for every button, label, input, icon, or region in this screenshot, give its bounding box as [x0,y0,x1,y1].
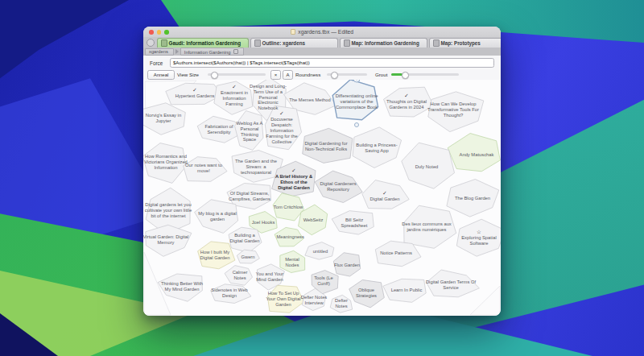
map-cell[interactable]: Andy Matuschak [451,152,501,158]
force-label: Force [150,60,163,66]
map-cell[interactable]: Differentiating online variations of the… [333,93,381,110]
titlebar[interactable]: xgardens.tbx — Edited [143,27,501,38]
map-cell-label: Mental Nodes [279,257,305,268]
close-button[interactable] [149,30,154,35]
map-cell[interactable]: Virtual Garden: Digital Memory [143,234,190,246]
map-cell[interactable]: Digital Gardening for Non-Technical Folk… [300,141,352,152]
map-cell-label: Norvig's Essay in Jupyter [143,113,189,124]
checkmark-icon: ✓ [262,111,302,116]
map-cell[interactable]: Calmer Notes [226,270,253,281]
tab-map-prototypes[interactable]: Map: Prototypes [429,38,501,48]
map-cell[interactable]: Design and Long-Term Use of a Personal E… [250,84,287,111]
map-cell[interactable]: Bill Seitz Spreadsheet [333,217,376,229]
map-cell[interactable]: Defter Notes [329,298,353,309]
map-cell[interactable]: Sidenotes in Web Design [210,288,250,299]
map-cell[interactable]: ☆Exploring Spatial Software [455,230,501,246]
tab-map-information-gardening[interactable]: Map: Information Gardening [340,38,427,48]
map-cell[interactable]: untitled [304,249,337,255]
map-cell[interactable]: Learn In Public [386,288,428,293]
map-cell[interactable]: The Memes Method [287,97,334,103]
map-cell[interactable]: Digital Garden Terms Of Service [425,279,477,291]
grout-slider[interactable] [391,73,459,76]
map-cell-label: Calmer Notes [226,270,253,281]
tab-outline[interactable]: Outline: xgardens [250,38,338,48]
roundness-slider[interactable] [327,73,367,76]
map-cell[interactable]: Des lieux communs aux jardins numériques [399,221,454,233]
minimize-button[interactable] [157,30,162,35]
map-cell[interactable]: My blog is a digital garden [195,211,241,222]
map-cell-label: Notice Patterns [372,250,420,256]
hex-map-view[interactable]: ✓Hypertext Gardens✓Enactment in Informat… [143,80,501,316]
map-cell[interactable]: ✓Digital Garden [361,191,409,202]
note-icon [344,39,350,47]
font-size-button[interactable]: A [283,70,293,80]
map-cell[interactable]: How To Set Up Your Own Digital Garden [266,291,302,307]
map-cell-label: Thinking Better With My Mind Garden [158,281,206,292]
note-icon [254,39,261,47]
map-cell[interactable]: Gwern [236,255,260,260]
map-cell[interactable]: Joel Hooks [247,220,280,226]
map-cell[interactable]: Thinking Better With My Mind Garden [158,281,206,292]
breadcrumb: xgardens Information Gardening [143,48,501,56]
tab-overview-button[interactable] [147,39,155,47]
map-cell[interactable]: How Can We Develop Transformative Tools … [423,101,484,118]
grout-slider-fill [391,73,402,76]
map-cell[interactable]: How I built My Digital Garden [197,250,233,261]
map-cell[interactable]: The Blog Garden [447,196,498,201]
multiply-button[interactable]: × [270,70,281,80]
map-cell-label: Flux Garden [332,263,361,268]
map-cell-label: Docuverse Despatch: Information Farming … [262,118,302,145]
map-cell-label: Des lieux communs aux jardins numériques [399,221,454,233]
map-cell-label: How To Set Up Your Own Digital Garden [266,291,302,307]
app-window: xgardens.tbx — Edited Gaudi: Information… [143,27,501,316]
map-cell[interactable]: Meaningness [276,234,303,240]
map-cell[interactable]: Digital gardens let you cultivate your o… [144,202,192,218]
map-cell[interactable]: Digital Gardeners Repository [316,181,361,192]
view-size-slider[interactable] [208,73,266,76]
breadcrumb-item-information-gardening[interactable]: Information Gardening [180,48,244,56]
checkmark-icon: ✓ [382,93,431,98]
selection-handle[interactable] [354,122,359,127]
map-cell[interactable]: Duly Noted [399,164,454,170]
map-cell[interactable]: Weblog As A Personal Thinking Space [235,121,263,143]
map-cell[interactable]: Oblique Strategies [349,288,385,299]
map-cell[interactable]: Of Digital Streams, Campfires, Gardens [225,191,274,202]
selection-link-handle[interactable]: + [353,80,361,83]
view-size-label: View Size [177,72,199,77]
map-cell[interactable]: Building a Princess-Saving App [351,143,402,154]
grout-slider-handle[interactable] [402,72,409,79]
map-cell[interactable]: Tools (Le Cunff) [308,275,338,287]
map-cell-label: Oblique Strategies [349,288,385,299]
chevron-right-icon [175,49,179,54]
anneal-button[interactable]: Anneal [147,70,175,80]
map-cell[interactable]: Our notes want to move! [183,163,225,174]
map-cell-label: Tools (Le Cunff) [308,275,338,287]
map-cell[interactable]: Notice Patterns [372,250,420,256]
map-cell[interactable]: Norvig's Essay in Jupyter [143,113,189,124]
roundness-slider-handle[interactable] [331,72,338,79]
tab-label: Gaudi: Information Gardening [169,40,242,46]
map-cell-label: Building a Princess-Saving App [351,143,402,154]
map-cell[interactable]: Mental Nodes [279,257,305,268]
view-size-slider-handle[interactable] [211,72,218,79]
tab-gaudi[interactable]: Gaudi: Information Gardening [157,38,249,48]
force-input[interactable]: $Authors.intersect($Authors(that)) | $Ta… [170,58,494,68]
map-cell[interactable]: Building a Digital Garden [229,233,262,244]
map-cell-label: The Blog Garden [447,196,498,201]
note-icon [433,39,440,47]
map-cell[interactable]: WebSeitz [298,217,328,223]
note-icon [233,49,238,54]
zoom-button[interactable] [164,30,169,35]
map-cell-label: Sidenotes in Web Design [210,288,250,299]
tab-label: Map: Information Gardening [352,40,419,46]
map-cell[interactable]: ✓A Brief History & Ethos of the Digital … [273,168,316,191]
map-cell[interactable]: ✓Docuverse Despatch: Information Farming… [262,111,302,145]
map-cell[interactable]: Defter Notes Interview [300,295,327,306]
map-cell-label: My blog is a digital garden [195,211,241,222]
map-cell-label: untitled [304,249,337,255]
map-cell-label: The Memes Method [287,97,334,103]
breadcrumb-item-xgardens[interactable]: xgardens [145,48,174,56]
map-cell[interactable]: You and Your Mind Garden [254,271,284,283]
map-cell[interactable]: Tom Critchlow [272,205,305,210]
map-cell[interactable]: Flux Garden [332,263,361,268]
